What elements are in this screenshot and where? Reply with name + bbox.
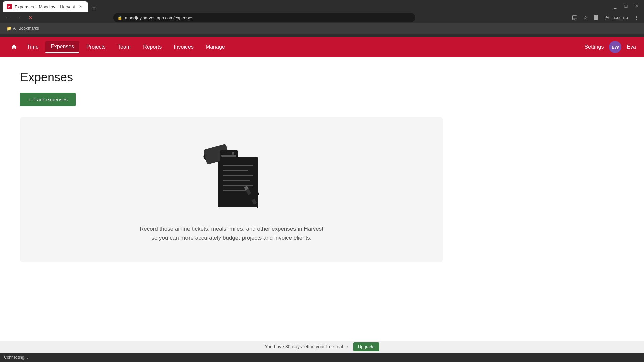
app-container: Time Expenses Projects Team Reports Invo… [0,37,644,362]
incognito-label: Incognito [611,15,628,20]
back-button[interactable]: ← [3,13,12,22]
maximize-button[interactable]: □ [621,1,631,11]
empty-text-line1: Record those airline tickets, meals, mil… [140,224,323,242]
page-content: Expenses + Track expenses [0,57,644,276]
nav-time[interactable]: Time [21,41,44,53]
nav-team[interactable]: Team [112,41,136,53]
incognito-button[interactable]: Incognito [602,14,631,22]
menu-button[interactable]: ⋮ [632,13,641,22]
svg-rect-16 [221,155,236,157]
status-text: Connecting... [4,355,28,360]
new-tab-button[interactable]: + [89,3,99,12]
browser-tab[interactable]: H Expenses – Moodjoy – Harvest ✕ [3,1,88,12]
page-title: Expenses [20,70,624,84]
track-expenses-label: + Track expenses [28,97,68,102]
address-bar[interactable]: 🔒 moodjoy.harvestapp.com/expenses [113,13,415,22]
nav-reports[interactable]: Reports [138,41,167,53]
nav-manage[interactable]: Manage [200,41,230,53]
svg-point-3 [607,16,608,18]
nav-invoices[interactable]: Invoices [168,41,199,53]
tab-close-button[interactable]: ✕ [78,4,84,10]
reload-button[interactable]: ✕ [25,13,35,22]
svg-point-17 [232,152,234,155]
cast-icon[interactable] [570,13,579,22]
upgrade-bar: You have 30 days left in your free trial… [0,341,644,353]
svg-rect-2 [596,15,598,20]
nav-username: Eva [627,44,636,50]
tab-favicon: H [7,4,12,9]
avatar[interactable]: EW [609,41,621,53]
avatar-initials: EW [612,45,619,50]
bookmarks-bar-item[interactable]: 📁 All Bookmarks [4,25,42,32]
empty-illustration [184,137,278,211]
url-display: moodjoy.harvestapp.com/expenses [125,15,411,20]
star-icon[interactable]: ☆ [581,13,590,22]
svg-rect-0 [573,16,577,19]
upgrade-button[interactable]: Upgrade [353,342,379,351]
bookmarks-icon: 📁 [7,26,12,31]
bookmarks-label: All Bookmarks [13,26,39,31]
tab-title: Expenses – Moodjoy – Harvest [15,4,75,9]
split-view-icon[interactable] [591,13,601,22]
settings-button[interactable]: Settings [585,44,604,50]
forward-button[interactable]: → [14,13,23,22]
close-button[interactable]: ✕ [632,1,641,11]
minimize-button[interactable]: ⎯ [610,1,620,11]
empty-state: Record those airline tickets, meals, mil… [20,117,443,262]
status-bar: Connecting... [0,353,644,362]
nav-projects[interactable]: Projects [81,41,111,53]
main-nav: Time Expenses Projects Team Reports Invo… [0,37,644,57]
track-expenses-button[interactable]: + Track expenses [20,93,76,106]
nav-expenses[interactable]: Expenses [45,41,79,53]
upgrade-text: You have 30 days left in your free trial… [265,344,349,349]
home-button[interactable] [8,41,20,53]
lock-icon: 🔒 [117,15,122,20]
svg-rect-1 [594,15,596,20]
